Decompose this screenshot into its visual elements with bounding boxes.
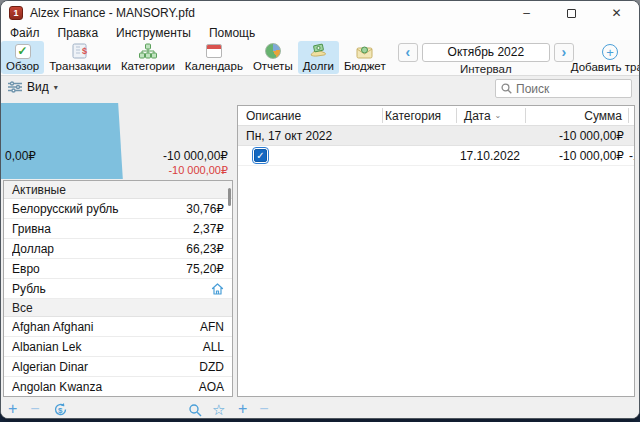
sliders-icon [8,81,22,93]
sort-desc-icon: ⌄ [495,111,502,120]
search-input[interactable] [516,82,626,96]
toolbar-overview-label: Обзор [6,60,39,72]
title-bar: 1 Alzex Finance - MANSORY.pfd – ✕ [1,1,639,25]
remove-transaction-button[interactable]: − [259,401,268,417]
app-window: 1 Alzex Finance - MANSORY.pfd – ✕ Файл П… [0,0,640,419]
column-divider[interactable] [382,108,383,123]
add-circle-icon: + [602,44,618,60]
transaction-row[interactable]: ✓ 17.10.2022 -10 000,00₽ -10 [238,146,634,166]
menu-help[interactable]: Помощь [200,26,264,40]
currency-row-all[interactable]: Albanian Lek ALL [4,337,232,357]
column-divider[interactable] [456,108,457,123]
close-button[interactable]: ✕ [594,1,639,25]
currency-name: Гривна [12,222,193,236]
minimize-icon: – [523,6,530,20]
toolbar-reports-button[interactable]: Отчеты [248,41,298,74]
column-category[interactable]: Категория [385,109,441,123]
refresh-rates-icon: $ [53,402,68,417]
currency-row-eur[interactable]: Евро 75,20₽ [4,259,232,279]
add-currency-button[interactable]: + [8,401,17,417]
column-divider[interactable] [628,108,629,123]
toolbar-debts-label: Долги [303,60,334,72]
currency-rate: 30,76₽ [186,202,224,216]
chevron-left-icon: ‹ [405,45,410,59]
currency-group-active[interactable]: Активные [4,181,232,199]
toolbar-budget-button[interactable]: Бюджет [339,41,391,74]
close-icon: ✕ [611,6,621,20]
view-menu-button[interactable]: Вид ▾ [8,80,58,94]
search-icon [501,83,512,94]
add-transaction-button[interactable]: + Добавить тран [581,40,639,75]
toolbar-transactions-button[interactable]: $ Транзакции [44,41,116,74]
column-divider[interactable] [525,108,526,123]
toolbar-budget-label: Бюджет [344,60,386,72]
main-toolbar: ✓ Обзор $ Транзакции Категории Календарь… [1,40,639,76]
currency-name: Белорусский рубль [12,202,186,216]
add-transaction-label: Добавить тран [571,61,640,73]
toolbar-categories-label: Категории [121,60,175,72]
currency-row-usd[interactable]: Доллар 66,23₽ [4,239,232,259]
interval-next-button[interactable]: › [554,43,574,62]
menu-tools[interactable]: Инструменты [107,26,200,40]
currency-group-all[interactable]: Все [4,299,232,317]
currency-scrollbar-thumb[interactable] [228,188,231,206]
toolbar-transactions-label: Транзакции [49,60,111,72]
currency-name: Afghan Afghani [12,320,200,334]
toolbar-categories-button[interactable]: Категории [116,41,180,74]
toolbar-debts-button[interactable]: Долги [298,41,339,74]
currency-row-byn[interactable]: Белорусский рубль 30,76₽ [4,199,232,219]
transaction-total-clipped: -10 [629,149,635,163]
toolbar-calendar-button[interactable]: Календарь [180,41,248,74]
interval-control: ‹ Октябрь 2022 › Интервал [398,40,574,75]
menu-edit[interactable]: Правка [49,26,108,40]
transaction-checkbox[interactable]: ✓ [254,149,267,162]
currency-name: Albanian Lek [12,340,203,354]
transaction-actions: + − [238,401,269,417]
date-group-label: Пн, 17 окт 2022 [246,129,332,143]
hierarchy-icon [139,43,157,59]
list-tools: ☆ [189,401,225,419]
currency-rate: 75,20₽ [186,262,224,276]
toolbar-overview-button[interactable]: ✓ Обзор [1,41,44,74]
currency-code: ALL [203,340,224,354]
interval-prev-button[interactable]: ‹ [398,43,418,62]
money-hand-icon [309,43,327,59]
currency-row-afn[interactable]: Afghan Afghani AFN [4,317,232,337]
window-title: Alzex Finance - MANSORY.pfd [30,6,195,20]
window-controls: – ✕ [504,1,639,25]
update-rates-button[interactable]: $ [53,402,68,417]
currency-row-uah[interactable]: Гривна 2,37₽ [4,219,232,239]
sub-toolbar: Вид ▾ [1,77,639,101]
bottom-bar: + − $ ☆ + − [1,399,639,419]
column-description[interactable]: Описание [246,109,301,123]
currency-row-rub[interactable]: Рубль [4,279,232,299]
currency-code: AOA [199,380,224,394]
envelope-money-icon [356,43,373,59]
column-sum[interactable]: Сумма [584,109,622,123]
maximize-button[interactable] [549,1,594,25]
column-date[interactable]: Дата⌄ [464,109,501,123]
favorites-button[interactable]: ☆ [212,401,225,419]
currency-panel: Активные Белорусский рубль 30,76₽ Гривна… [3,180,233,397]
currency-row-dzd[interactable]: Algerian Dinar DZD [4,357,232,377]
date-group-row[interactable]: Пн, 17 окт 2022 -10 000,00₽ [238,126,634,146]
minus-icon: − [30,400,39,417]
currency-row-aoa[interactable]: Angolan Kwanza AOA [4,377,232,397]
chart-change-value: -10 000,00₽ [168,164,228,177]
find-button[interactable] [189,404,202,417]
transactions-panel: Описание Категория Дата⌄ Сумма Пн, 17 ок… [237,105,635,397]
currency-code: AFN [200,320,224,334]
remove-currency-button[interactable]: − [30,401,39,417]
add-transaction-small-button[interactable]: + [238,401,247,417]
overview-checkbox-icon: ✓ [15,43,31,59]
ledger-icon: $ [72,43,89,59]
interval-value-field[interactable]: Октябрь 2022 [422,43,550,62]
search-small-icon [189,404,202,417]
currency-rate: 2,37₽ [193,222,224,236]
check-icon: ✓ [256,150,264,161]
plus-icon: + [8,400,17,417]
pie-chart-icon [265,43,281,59]
menu-file[interactable]: Файл [1,26,49,40]
minus-icon: − [259,400,268,417]
minimize-button[interactable]: – [504,1,549,25]
